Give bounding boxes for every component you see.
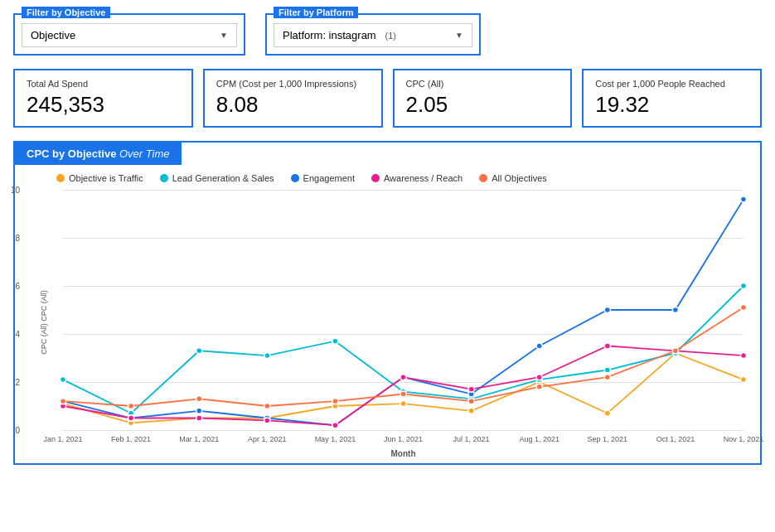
chart-dot — [400, 375, 406, 380]
legend-dot — [371, 174, 380, 182]
metric-card: CPM (Cost per 1,000 Impressions)8.08 — [203, 69, 383, 128]
legend-item: All Objectives — [479, 173, 547, 183]
x-tick: May 1, 2021 — [310, 435, 360, 443]
chart-title-wrapper: CPC by Objective Over Time — [15, 143, 760, 165]
legend-label: Objective is Traffic — [69, 173, 143, 183]
platform-filter: Filter by Platform Platform: instagram (… — [265, 13, 481, 56]
legend-dot — [56, 174, 65, 182]
x-tick: Apr 1, 2021 — [242, 435, 292, 443]
x-tick: Aug 1, 2021 — [515, 435, 564, 443]
chart-dot — [740, 305, 746, 311]
chart-dot — [604, 367, 610, 373]
chart-dot — [536, 343, 542, 349]
metric-card: CPC (All)2.05 — [393, 69, 573, 128]
legend-item: Lead Generation & Sales — [160, 173, 274, 183]
objective-select[interactable]: Objective ▼ — [22, 23, 237, 47]
chart-dot — [60, 399, 65, 404]
chart-dot — [604, 307, 610, 313]
metrics-row: Total Ad Spend245,353CPM (Cost per 1,000… — [13, 69, 762, 128]
platform-select[interactable]: Platform: instagram (1) ▼ — [274, 23, 472, 47]
chart-dot — [196, 408, 202, 414]
x-axis-label-text: Month — [391, 449, 416, 458]
metric-label: CPC (All) — [406, 79, 559, 89]
objective-filter-label: Filter by Objective — [22, 7, 110, 18]
chart-dot — [128, 415, 134, 421]
chart-container: Objective is TrafficLead Generation & Sa… — [15, 165, 760, 463]
metric-value: 8.08 — [216, 92, 370, 118]
filters-row: Filter by Objective Objective ▼ Filter b… — [13, 13, 762, 56]
objective-arrow: ▼ — [220, 31, 228, 40]
legend-item: Engagement — [291, 173, 355, 183]
chart-dot — [740, 353, 746, 359]
chart-dot — [264, 404, 270, 409]
objective-filter: Filter by Objective Objective ▼ — [13, 13, 245, 56]
chart-dot — [128, 404, 134, 409]
metric-card: Cost per 1,000 People Reached19.32 — [582, 69, 762, 128]
objective-value: Objective — [31, 29, 75, 41]
legend-dot — [160, 174, 168, 182]
chart-dot — [604, 343, 610, 349]
metric-value: 2.05 — [406, 92, 559, 118]
platform-arrow: ▼ — [455, 31, 463, 40]
x-axis: Month Jan 1, 2021Feb 1, 2021Mar 1, 2021A… — [63, 430, 744, 455]
metric-card: Total Ad Spend245,353 — [13, 69, 193, 128]
x-tick: Jul 1, 2021 — [447, 435, 496, 443]
chart-dot — [536, 384, 542, 389]
line-chart — [63, 190, 744, 430]
legend-dot — [291, 174, 299, 182]
x-tick: Jan 1, 2021 — [38, 435, 88, 443]
legend-label: Lead Generation & Sales — [172, 173, 274, 183]
platform-value: Platform: instagram (1) — [283, 29, 396, 41]
chart-dot — [264, 353, 270, 359]
chart-title-bar: CPC by Objective Over Time — [15, 143, 182, 165]
y-tick: 4 — [15, 330, 20, 339]
chart-dot — [400, 401, 406, 407]
metric-value: 245,353 — [27, 92, 180, 118]
chart-dot — [740, 377, 746, 383]
chart-dot — [196, 348, 202, 354]
y-tick: 6 — [15, 282, 20, 291]
chart-dot — [604, 375, 610, 380]
chart-dot — [196, 415, 202, 421]
legend-label: Engagement — [303, 173, 355, 183]
chart-dot — [60, 377, 65, 383]
chart-dot — [604, 410, 610, 416]
chart-area: CPC (All) CPC (All) 1086420 Month Jan 1,… — [63, 190, 744, 455]
legend-label: Awareness / Reach — [384, 173, 463, 183]
x-tick: Nov 1, 2021 — [719, 435, 768, 443]
metric-label: Total Ad Spend — [27, 79, 180, 89]
chart-dot — [672, 348, 678, 354]
platform-filter-label: Filter by Platform — [274, 7, 358, 18]
chart-dot — [196, 396, 202, 402]
chart-dot — [468, 408, 474, 414]
metric-label: Cost per 1,000 People Reached — [595, 79, 748, 89]
chart-dot — [332, 423, 338, 428]
y-tick: 8 — [15, 234, 20, 243]
y-tick: 10 — [11, 186, 20, 195]
legend-item: Awareness / Reach — [371, 173, 463, 183]
legend-dot — [479, 174, 487, 182]
x-tick: Sep 1, 2021 — [583, 435, 632, 443]
x-tick: Jun 1, 2021 — [379, 435, 429, 443]
legend-item: Objective is Traffic — [56, 173, 143, 183]
chart-dot — [536, 375, 542, 380]
chart-dot — [332, 399, 338, 404]
y-axis-label: CPC (All) CPC (All) — [40, 290, 48, 355]
chart-section: CPC by Objective Over Time Objective is … — [13, 141, 762, 465]
chart-dot — [264, 418, 270, 423]
legend-label: All Objectives — [492, 173, 547, 183]
y-tick: 2 — [15, 378, 20, 387]
y-tick: 0 — [15, 426, 20, 435]
chart-legend: Objective is TrafficLead Generation & Sa… — [56, 173, 752, 183]
chart-dot — [468, 386, 474, 392]
chart-dot — [332, 338, 338, 344]
chart-dot — [672, 307, 678, 313]
metric-label: CPM (Cost per 1,000 Impressions) — [216, 79, 370, 89]
metric-value: 19.32 — [595, 92, 748, 118]
chart-dot — [400, 391, 406, 397]
x-tick: Mar 1, 2021 — [174, 435, 224, 443]
chart-dot — [740, 196, 746, 202]
x-tick: Oct 1, 2021 — [651, 435, 700, 443]
chart-dot — [468, 399, 474, 404]
x-tick: Feb 1, 2021 — [106, 435, 156, 443]
